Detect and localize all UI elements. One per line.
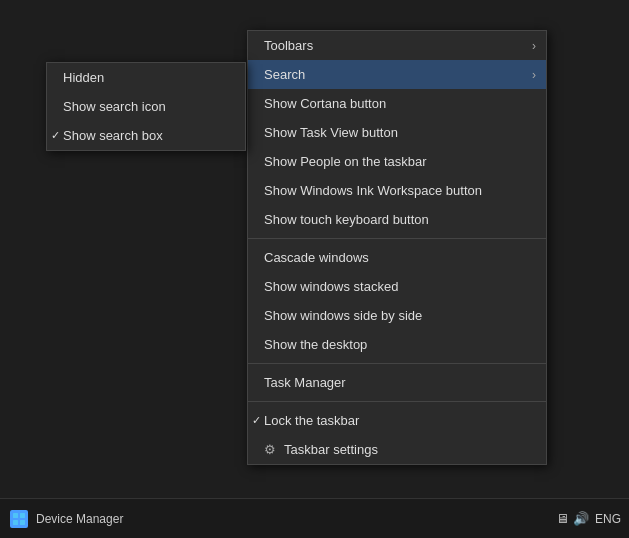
svg-rect-1 <box>20 513 25 518</box>
taskbar-system-tray: 🖥 🔊 ENG <box>556 511 629 526</box>
divider-2 <box>248 363 546 364</box>
menu-item-taskmanager[interactable]: Task Manager <box>248 368 546 397</box>
app-label: Device Manager <box>36 512 123 526</box>
arrow-icon: › <box>532 68 536 82</box>
network-icon: 🖥 <box>556 511 569 526</box>
check-icon: ✓ <box>252 414 261 427</box>
arrow-icon: › <box>532 39 536 53</box>
menu-item-cortana[interactable]: Show Cortana button <box>248 89 546 118</box>
menu-item-desktop[interactable]: Show the desktop <box>248 330 546 359</box>
app-icon <box>10 510 28 528</box>
menu-item-lock[interactable]: ✓ Lock the taskbar <box>248 406 546 435</box>
menu-item-stacked[interactable]: Show windows stacked <box>248 272 546 301</box>
menu-item-search[interactable]: Search › <box>248 60 546 89</box>
sub-menu-item-hidden[interactable]: Hidden <box>47 63 245 92</box>
menu-item-toolbars[interactable]: Toolbars › <box>248 31 546 60</box>
menu-item-cascade[interactable]: Cascade windows <box>248 243 546 272</box>
menu-item-ink[interactable]: Show Windows Ink Workspace button <box>248 176 546 205</box>
menu-item-sidebyside[interactable]: Show windows side by side <box>248 301 546 330</box>
sub-menu-item-showicon[interactable]: Show search icon <box>47 92 245 121</box>
sub-menu-item-showbox[interactable]: ✓ Show search box <box>47 121 245 150</box>
check-icon: ✓ <box>51 129 60 142</box>
menu-item-settings[interactable]: ⚙ Taskbar settings <box>248 435 546 464</box>
gear-icon: ⚙ <box>264 442 276 457</box>
search-submenu: Hidden Show search icon ✓ Show search bo… <box>46 62 246 151</box>
tray-icons: 🖥 🔊 <box>556 511 589 526</box>
divider-3 <box>248 401 546 402</box>
language-indicator: ENG <box>595 512 621 526</box>
main-context-menu: Toolbars › Search › Show Cortana button … <box>247 30 547 465</box>
taskbar: Device Manager 🖥 🔊 ENG <box>0 498 629 538</box>
svg-rect-3 <box>20 520 25 525</box>
volume-icon: 🔊 <box>573 511 589 526</box>
taskbar-app-item[interactable]: Device Manager <box>0 499 133 538</box>
svg-rect-0 <box>13 513 18 518</box>
svg-rect-2 <box>13 520 18 525</box>
menu-item-people[interactable]: Show People on the taskbar <box>248 147 546 176</box>
menu-item-taskview[interactable]: Show Task View button <box>248 118 546 147</box>
divider-1 <box>248 238 546 239</box>
menu-item-keyboard[interactable]: Show touch keyboard button <box>248 205 546 234</box>
